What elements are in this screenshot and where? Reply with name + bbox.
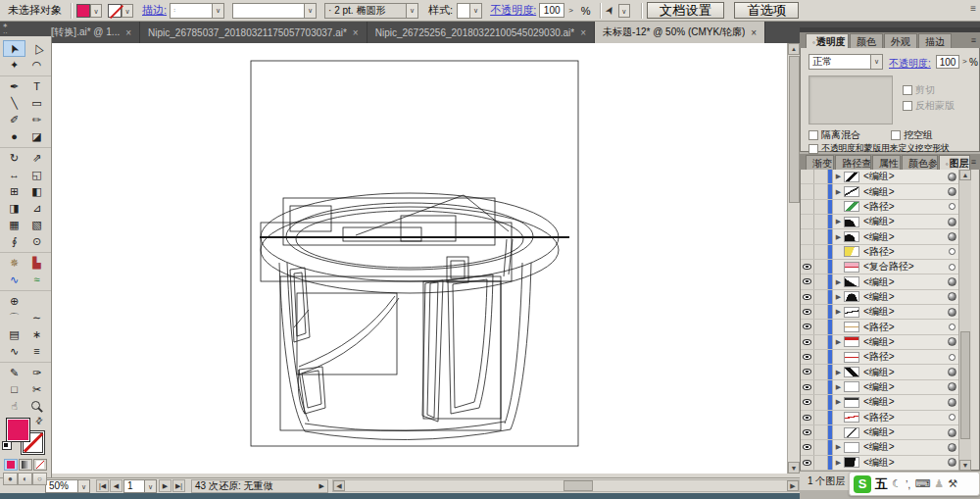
layer-target-icon[interactable] — [946, 428, 957, 437]
wrinkle-tool[interactable]: ≡ — [25, 343, 48, 360]
layer-thumbnail[interactable] — [844, 427, 859, 438]
layer-target-icon[interactable] — [946, 354, 957, 361]
keyboard-icon[interactable]: ⌨ — [914, 477, 930, 490]
chevron-down-icon[interactable]: ∨ — [304, 4, 316, 18]
layer-visibility-toggle[interactable] — [801, 229, 814, 243]
status-popup-icon[interactable]: ▶ — [319, 482, 324, 490]
clip-checkbox[interactable] — [903, 85, 912, 95]
layer-thumbnail[interactable] — [844, 367, 859, 377]
rectangle-tool[interactable]: ▭ — [25, 95, 48, 112]
layer-thumbnail[interactable] — [844, 172, 859, 182]
blend-tool[interactable]: ⊙ — [25, 233, 48, 250]
layer-thumbnail[interactable] — [844, 397, 859, 408]
layer-thumbnail[interactable] — [844, 276, 859, 287]
scrollbar-thumb[interactable] — [564, 480, 593, 491]
magic-wand-tool[interactable]: ✦ — [3, 57, 25, 74]
layer-target-icon[interactable] — [946, 368, 957, 376]
draw-inside-button[interactable]: ○ — [32, 473, 47, 485]
layer-label[interactable]: <编组> — [863, 275, 946, 289]
layer-visibility-toggle[interactable] — [801, 184, 814, 198]
lasso-tool[interactable]: ◠ — [25, 57, 48, 74]
knife-tool[interactable]: ✑ — [25, 365, 48, 381]
layer-thumbnail[interactable] — [844, 217, 859, 227]
stroke-color-swatch[interactable] — [108, 4, 122, 18]
canvas-horizontal-scrollbar[interactable]: ◀ ▶ — [332, 479, 800, 492]
layer-thumbnail[interactable] — [844, 231, 859, 242]
control-bar-menu-icon[interactable]: ≡ — [970, 3, 976, 14]
layer-row[interactable]: ▶<编组> — [801, 170, 959, 184]
layer-thumbnail[interactable] — [844, 457, 859, 468]
layer-label[interactable]: <编组> — [863, 335, 946, 349]
layer-row[interactable]: <编组> — [801, 425, 959, 440]
layer-label[interactable]: <编组> — [863, 395, 946, 409]
selection-tool[interactable]: ➤ — [3, 40, 25, 57]
layer-label[interactable]: <编组> — [863, 366, 946, 379]
scroll-down-icon[interactable]: ▼ — [959, 460, 971, 471]
next-artboard-button[interactable]: ▶ — [159, 479, 172, 492]
layer-label[interactable]: <编组> — [863, 305, 946, 319]
layer-target-icon[interactable] — [946, 187, 957, 196]
artboard-tool[interactable]: □ — [3, 381, 25, 398]
layer-target-icon[interactable] — [946, 203, 957, 210]
layer-lock-toggle[interactable] — [814, 350, 828, 364]
layer-visibility-toggle[interactable] — [801, 380, 814, 394]
grid-tool[interactable]: ▤ — [3, 326, 25, 343]
document-tab[interactable]: Nipic_26785037_20180321175057703037.ai*× — [140, 22, 368, 43]
status-indicator[interactable]: 43 次还原: 无重做 ▶ — [191, 479, 328, 493]
layer-visibility-toggle[interactable] — [801, 290, 814, 304]
stroke-weight-combo[interactable]: ꞉∨ — [170, 3, 224, 19]
layer-expand-arrow[interactable]: ▶ — [833, 338, 844, 346]
ime-logo-icon[interactable]: S — [854, 475, 871, 493]
tab2-0[interactable]: 渐变 — [806, 155, 834, 170]
layer-target-icon[interactable] — [946, 292, 957, 301]
layer-row[interactable]: ▶<编组> — [801, 274, 959, 289]
layer-visibility-toggle[interactable] — [801, 320, 814, 333]
layer-row[interactable]: ▶<编组> — [801, 229, 959, 244]
direct-selection-tool[interactable]: ▷ — [25, 40, 48, 57]
layer-visibility-toggle[interactable] — [801, 350, 814, 364]
layer-lock-toggle[interactable] — [814, 260, 828, 274]
layer-lock-toggle[interactable] — [814, 215, 828, 228]
layer-thumbnail[interactable] — [844, 262, 859, 273]
opacity-stepper-icon[interactable]: > — [962, 57, 967, 66]
tab2-4[interactable]: 图层 — [939, 155, 970, 170]
layer-lock-toggle[interactable] — [814, 320, 828, 333]
layer-thumbnail[interactable] — [844, 186, 859, 197]
layer-expand-arrow[interactable]: ▶ — [833, 308, 844, 316]
live-paint-bucket-tool[interactable]: ◧ — [25, 183, 48, 200]
layer-visibility-toggle[interactable] — [801, 305, 814, 319]
chevron-down-icon[interactable]: ∨ — [870, 55, 882, 69]
tab-0[interactable]: 透明度 — [806, 33, 849, 48]
layer-lock-toggle[interactable] — [814, 290, 828, 304]
layer-lock-toggle[interactable] — [814, 456, 828, 470]
layer-target-icon[interactable] — [946, 232, 957, 241]
layer-lock-toggle[interactable] — [814, 245, 828, 259]
layer-row[interactable]: <路径> — [801, 245, 959, 260]
live-paint-selection-tool[interactable]: ◨ — [3, 200, 25, 217]
layer-label[interactable]: <路径> — [863, 321, 946, 334]
scrollbar-thumb[interactable] — [960, 331, 970, 439]
symbol-sprayer-tool[interactable]: ✵ — [3, 255, 25, 272]
style-combo[interactable]: ∨ — [457, 3, 482, 19]
layer-row[interactable]: ▶<编组> — [801, 395, 959, 410]
layer-visibility-toggle[interactable] — [801, 200, 814, 214]
opacity-link[interactable]: 不透明度: — [490, 3, 536, 18]
layer-row[interactable]: <路径> — [801, 320, 959, 334]
layer-lock-toggle[interactable] — [814, 335, 828, 349]
preferences-button[interactable]: 首选项 — [734, 2, 799, 19]
none-mode-button[interactable] — [33, 459, 47, 471]
knockout-group-checkbox[interactable] — [891, 130, 901, 140]
width-tool[interactable]: ↔ — [3, 167, 25, 183]
zoom-level-combo[interactable]: 50% ∨ — [45, 479, 90, 493]
punctuation-mode-icon[interactable]: ’, — [906, 478, 911, 490]
layer-lock-toggle[interactable] — [814, 170, 828, 183]
color-mode-button[interactable] — [4, 459, 18, 471]
layer-expand-arrow[interactable]: ▶ — [833, 443, 844, 451]
layer-visibility-toggle[interactable] — [801, 245, 814, 259]
layer-target-icon[interactable] — [946, 308, 957, 317]
column-graph-tool[interactable]: ▙ — [25, 255, 48, 272]
layer-visibility-toggle[interactable] — [801, 335, 814, 349]
layer-expand-arrow[interactable]: ▶ — [833, 188, 844, 196]
layer-lock-toggle[interactable] — [814, 365, 828, 378]
layer-thumbnail[interactable] — [844, 336, 859, 347]
